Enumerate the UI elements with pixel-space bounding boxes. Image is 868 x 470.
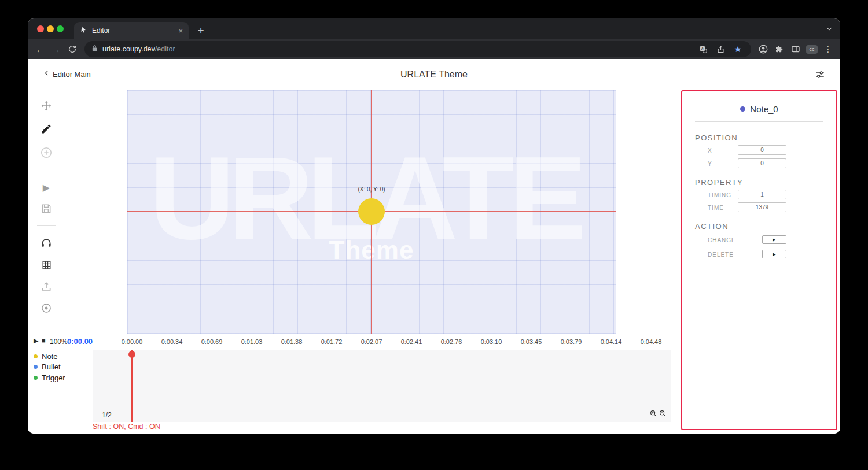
add-tool-button[interactable] <box>39 146 53 160</box>
timeline-track[interactable]: 1/2 <box>93 350 671 422</box>
inspector-panel: Note_0 POSITION X Y PROPERTY TIMING TIME… <box>681 90 837 430</box>
forward-icon[interactable]: → <box>49 42 64 57</box>
ruler-label: 0:03.79 <box>561 338 582 345</box>
timeline-zoom-controls <box>649 409 667 420</box>
bookmark-star-icon[interactable]: ★ <box>731 45 744 54</box>
note-color-dot-icon <box>740 106 745 112</box>
preview-play-button[interactable]: ▶ <box>39 180 53 194</box>
time-label: TIME <box>708 205 724 211</box>
ruler-label: 0:00.34 <box>161 338 183 345</box>
grid-icon <box>41 260 52 271</box>
upload-button[interactable] <box>39 280 53 294</box>
grid-toggle-button[interactable] <box>39 258 53 272</box>
position-section-heading: POSITION <box>695 134 738 142</box>
action-section-heading: ACTION <box>695 222 729 231</box>
layer-legend: Note Bullet Trigger <box>34 351 65 383</box>
property-section-heading: PROPERTY <box>695 178 743 187</box>
svg-text:A: A <box>701 46 704 50</box>
traffic-light-minimize[interactable] <box>47 25 54 32</box>
traffic-light-close[interactable] <box>37 25 44 32</box>
pencil-tool-button[interactable] <box>39 122 53 136</box>
delete-action-button[interactable]: ▶ <box>762 250 786 258</box>
legend-label: Note <box>42 352 57 361</box>
selected-object-name: Note_0 <box>750 104 778 114</box>
tab-search-chevron-icon[interactable] <box>825 25 833 35</box>
upload-icon <box>41 281 52 293</box>
url-host: urlate.coupy.dev <box>102 45 155 53</box>
new-tab-button[interactable]: + <box>193 23 208 38</box>
profile-avatar-icon[interactable] <box>756 42 771 57</box>
ruler-label: 0:01.03 <box>241 338 263 345</box>
rail-divider <box>37 225 56 226</box>
timing-input[interactable] <box>738 190 786 199</box>
inspector-title-row: Note_0 <box>682 104 836 114</box>
legend-label: Trigger <box>42 373 65 382</box>
timeline-play-icon[interactable]: ▶ <box>34 337 38 345</box>
modifier-status-text: Shift : ON, Cmd : ON <box>93 423 160 431</box>
lock-icon <box>91 44 98 54</box>
address-bar[interactable]: urlate.coupy.dev /editor A ★ <box>84 41 751 57</box>
record-button[interactable] <box>39 301 53 315</box>
x-label: X <box>708 147 712 154</box>
save-floppy-icon <box>41 203 52 214</box>
traffic-light-zoom[interactable] <box>57 25 64 32</box>
timeline-page-indicator: 1/2 <box>102 411 112 419</box>
change-action-button[interactable]: ▶ <box>762 235 786 244</box>
canvas-watermark-subtitle: Theme <box>329 236 414 265</box>
y-input[interactable] <box>738 158 786 168</box>
side-panel-icon[interactable] <box>788 42 803 57</box>
record-target-icon <box>41 302 52 314</box>
note-dot-icon <box>34 354 38 358</box>
legend-item-note[interactable]: Note <box>34 351 65 362</box>
note-marker[interactable] <box>358 198 385 225</box>
transport-bar: ▶ ■ 100% 0:00.00 0:00.00 0:00.34 0:00.69… <box>28 334 706 350</box>
translate-icon[interactable]: A <box>697 45 709 54</box>
ruler-label: 0:04.14 <box>601 338 622 345</box>
share-icon[interactable] <box>714 45 727 54</box>
editor-canvas[interactable]: URLATE Theme (X: 0, Y: 0) <box>127 90 616 334</box>
time-input[interactable] <box>738 202 786 212</box>
timing-label: TIMING <box>708 192 731 198</box>
ruler-label: 0:03.45 <box>521 338 542 345</box>
timeline-zoom-percent: 100% <box>50 338 68 346</box>
browser-tab[interactable]: Editor × <box>74 22 189 39</box>
move-tool-button[interactable] <box>39 99 53 113</box>
tab-strip: Editor × + <box>28 18 840 39</box>
change-label: CHANGE <box>708 237 736 243</box>
inspector-divider <box>695 121 823 122</box>
url-text: urlate.coupy.dev /editor <box>102 45 175 53</box>
profile-badge[interactable]: cc <box>804 42 819 57</box>
browser-menu-kebab-icon[interactable]: ⋮ <box>821 42 836 57</box>
trigger-dot-icon <box>34 376 38 380</box>
move-icon <box>40 100 53 113</box>
legend-item-bullet[interactable]: Bullet <box>34 362 65 373</box>
delete-label: DELETE <box>708 251 734 258</box>
browser-toolbar: ← → urlate.coupy.dev /editor A ★ cc ⋮ <box>28 39 840 59</box>
audio-button[interactable] <box>39 236 53 250</box>
bullet-dot-icon <box>34 365 38 369</box>
tab-title: Editor <box>92 27 174 35</box>
zoom-out-icon[interactable] <box>659 409 667 420</box>
timeline-stop-icon[interactable]: ■ <box>42 337 46 344</box>
editor-page: Editor Main URLATE Theme ▶ URLATE Theme … <box>28 59 840 434</box>
save-button[interactable] <box>39 202 53 216</box>
reload-icon[interactable] <box>65 42 80 57</box>
browser-window: Editor × + ← → urlate.coupy.dev /editor … <box>28 18 840 434</box>
ruler-label: 0:02.76 <box>441 338 462 345</box>
x-input[interactable] <box>738 145 786 155</box>
tab-favicon-cursor-icon <box>80 25 87 36</box>
ruler-label: 0:00.69 <box>201 338 223 345</box>
page-title: URLATE Theme <box>28 69 840 80</box>
ruler-label: 0:02.41 <box>401 338 422 345</box>
current-time-display: 0:00.00 <box>67 337 93 346</box>
extensions-puzzle-icon[interactable] <box>772 42 787 57</box>
back-icon[interactable]: ← <box>32 42 47 57</box>
coordinate-label: (X: 0, Y: 0) <box>358 186 385 193</box>
zoom-in-icon[interactable] <box>649 409 657 420</box>
ruler-label: 0:00.00 <box>122 338 143 345</box>
tab-close-icon[interactable]: × <box>178 27 183 35</box>
settings-tune-icon[interactable] <box>815 69 825 82</box>
headphones-icon <box>41 237 52 249</box>
legend-item-trigger[interactable]: Trigger <box>34 372 65 383</box>
playhead-handle[interactable] <box>128 351 135 358</box>
